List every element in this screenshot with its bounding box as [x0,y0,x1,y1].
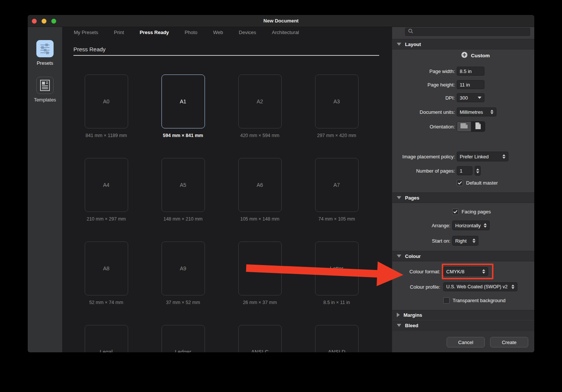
number-of-pages-label: Number of pages: [392,168,457,174]
category-tabs: My PresetsPrintPress ReadyPhotoWebDevice… [74,27,299,37]
preset-name: A5 [180,182,186,188]
image-placement-policy-label: Image placement policy: [392,154,457,159]
preset-dimensions: 594 mm × 841 mm [163,133,203,138]
tab-press-ready[interactable]: Press Ready [140,30,169,35]
document-units-label: Document units: [392,109,457,115]
preset-cell: A1 594 mm × 841 mm [145,75,221,158]
preset-dimensions: 74 mm × 105 mm [318,216,355,222]
chevron-down-icon [397,255,401,258]
search-icon [408,28,413,35]
preset-card[interactable]: A3 [315,75,359,128]
preset-cell: A4 210 mm × 297 mm [68,158,145,241]
preset-name: A1 [180,98,186,104]
search-input[interactable] [405,28,530,36]
page-height-field[interactable]: 11 in [457,80,484,89]
number-of-pages-field[interactable]: 1 [457,166,472,175]
preset-card[interactable]: A0 [85,75,128,128]
default-master-checkbox[interactable] [457,180,463,186]
preset-cell: A8 52 mm × 74 mm [68,241,145,325]
facing-pages-checkbox[interactable] [452,209,459,215]
start-on-dropdown[interactable]: Right [452,236,478,246]
section-header-margins[interactable]: Margins [392,310,534,320]
preset-grid: A0 841 mm × 1189 mm A1 594 mm × 841 mm A… [68,75,375,352]
preset-card[interactable]: A4 [85,158,128,212]
page-title: Press Ready [73,46,106,52]
chevron-down-icon [397,43,401,46]
section-header-colour[interactable]: Colour [392,251,534,261]
preset-card[interactable]: A9 [161,241,205,295]
stepper-icon [481,223,487,228]
preset-card[interactable]: A7 [315,158,359,212]
preset-card[interactable]: ANSI C [238,325,282,352]
image-placement-policy-dropdown[interactable]: Prefer Linked [457,152,508,161]
tab-my-presets[interactable]: My Presets [74,30,98,35]
tab-print[interactable]: Print [114,30,124,35]
page-width-field[interactable]: 8.5 in [457,67,484,76]
tab-devices[interactable]: Devices [239,30,256,35]
title-bar: New Document [28,15,534,27]
orientation-portrait-button[interactable] [471,122,485,131]
start-on-label: Start on: [392,238,452,244]
number-of-pages-stepper[interactable] [475,166,481,176]
preset-name: A6 [257,182,263,188]
orientation-landscape-button[interactable] [457,122,471,131]
preset-cell: ANSI D [298,325,375,352]
preset-cell: A6 105 mm × 148 mm [221,158,298,241]
preset-card[interactable]: A10 [238,241,282,295]
preset-cell: Ledger [145,325,221,352]
transparent-background-checkbox[interactable] [443,297,450,304]
preset-name: A4 [103,182,109,188]
tab-architectural[interactable]: Architectural [272,30,299,35]
section-header-pages[interactable]: Pages [392,192,534,203]
templates-icon [36,77,54,94]
dpi-dropdown[interactable]: 300 [457,93,484,102]
preset-card[interactable]: A8 [85,241,128,295]
preset-cell: A9 37 mm × 52 mm [145,241,221,325]
tab-photo[interactable]: Photo [185,30,197,35]
document-units-dropdown[interactable]: Millimetres [457,107,496,116]
preset-card[interactable]: A5 [161,158,205,212]
preset-name: A2 [257,98,263,104]
colour-profile-dropdown[interactable]: U.S. Web Coated (SWOP) v2 [443,282,517,291]
preset-card[interactable]: A1 [161,75,205,128]
section-header-bleed[interactable]: Bleed [392,320,534,330]
colour-format-label: Colour format: [392,269,442,274]
preset-dimensions: 8.5 in × 11 in [323,300,350,305]
preset-cell: A3 297 mm × 420 mm [298,75,375,158]
preset-card[interactable]: Ledger [161,325,205,352]
chevron-down-icon [397,324,401,327]
preset-cell: A2 420 mm × 594 mm [221,75,298,158]
sidebar-item-templates[interactable]: Templates [28,77,62,103]
preset-cell: ANSI C [221,325,298,352]
orientation-label: Orientation: [392,124,457,130]
minimize-window-button[interactable] [42,19,46,24]
preset-dimensions: 297 mm × 420 mm [317,133,356,138]
preset-card[interactable]: Legal [85,325,128,352]
sidebar-item-presets[interactable]: Presets [28,40,62,66]
zoom-window-button[interactable] [51,19,56,24]
plus-circle-icon [461,52,468,60]
transparent-background-label: Transparent background [453,298,505,303]
cancel-button[interactable]: Cancel [447,337,485,347]
preset-dimensions: 37 mm × 52 mm [166,300,200,305]
preset-card[interactable]: A6 [238,158,282,212]
preset-name: ANSI C [251,349,269,352]
stepper-icon [508,285,514,289]
orientation-segmented-control [457,121,485,132]
new-document-dialog: New Document Presets [28,15,534,352]
preset-card[interactable]: A2 [238,75,282,128]
create-button[interactable]: Create [490,337,528,347]
preset-dimensions: 26 mm × 37 mm [243,300,277,305]
close-window-button[interactable] [32,19,37,24]
section-header-layout[interactable]: Layout [392,39,534,49]
portrait-page-icon [475,122,481,131]
preset-card[interactable]: ANSI D [315,325,359,352]
preset-card[interactable]: Letter [315,241,359,295]
arrange-label: Arrange: [392,223,452,228]
preset-dimensions: 52 mm × 74 mm [89,300,123,305]
custom-preset-button[interactable]: Custom [461,50,490,61]
preset-dimensions: 105 mm × 148 mm [240,216,280,222]
arrange-dropdown[interactable]: Horizontally [452,221,490,230]
tab-web[interactable]: Web [213,30,223,35]
stepper-icon [499,154,505,159]
